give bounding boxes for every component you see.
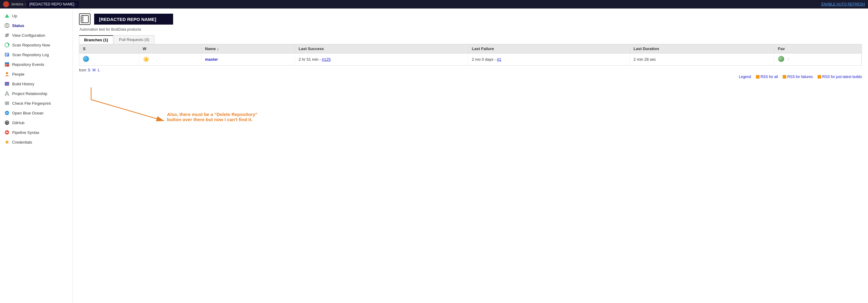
rss-latest-label: RSS for just latest builds <box>822 75 862 79</box>
sidebar-item-view-config[interactable]: View Configuration <box>0 30 72 40</box>
last-success-link[interactable]: #125 <box>322 57 331 62</box>
col-header-fav: Fav <box>774 44 862 54</box>
icon-sizes-label: Icon: <box>79 68 87 72</box>
svg-rect-12 <box>7 64 8 65</box>
rss-latest-icon <box>817 75 821 79</box>
tab-branches[interactable]: Branches (1) <box>79 35 113 44</box>
sidebar-item-project-rel[interactable]: Project Relationship <box>0 89 72 98</box>
svg-rect-31 <box>6 132 8 133</box>
annotation-arrow-svg <box>79 85 231 133</box>
svg-rect-16 <box>7 83 8 85</box>
table-cell-status <box>79 54 139 66</box>
icon-size-m-link[interactable]: M <box>93 68 96 72</box>
last-failure-link[interactable]: #1 <box>497 57 501 62</box>
table-cell-name: master <box>202 54 295 66</box>
sidebar-item-repo-events[interactable]: Repository Events <box>0 60 72 69</box>
branch-master-link[interactable]: master <box>205 57 218 62</box>
breadcrumb: Jenkins › [REDACTED REPO NAME] › <box>3 1 79 8</box>
svg-point-18 <box>6 91 8 93</box>
sidebar-item-scan-now[interactable]: Scan Repository Now <box>0 40 72 50</box>
fav-star-icon[interactable]: ☆ <box>786 56 790 62</box>
svg-point-28 <box>5 111 9 115</box>
sidebar-item-people[interactable]: People <box>0 69 72 79</box>
sidebar-item-up[interactable]: Up <box>0 11 72 21</box>
sidebar-item-github[interactable]: GitHub <box>0 118 72 128</box>
branches-table: S W Name ↓ Last Success Last Failure Las… <box>79 44 862 66</box>
pipeline-icon <box>4 130 10 135</box>
blueocean-icon <box>4 110 10 116</box>
people-icon <box>4 71 10 77</box>
svg-rect-10 <box>5 62 9 64</box>
sidebar-item-up-label: Up <box>12 14 17 18</box>
fav-green-icon <box>778 56 784 62</box>
annotation-text: Also, there must be a "Delete Repository… <box>167 112 257 122</box>
sidebar-item-scan-log[interactable]: Scan Repository Log <box>0 50 72 60</box>
legend-link[interactable]: Legend <box>739 75 751 79</box>
project-rel-icon <box>4 91 10 96</box>
annotation-line1: Also, there must be a "Delete Repository… <box>167 112 257 117</box>
top-bar: Jenkins › [REDACTED REPO NAME] › ENABLE … <box>0 0 868 8</box>
sidebar-item-build-history-label: Build History <box>12 82 34 86</box>
col-header-last-success: Last Success <box>295 44 468 54</box>
rss-all-link[interactable]: RSS for all <box>756 75 778 79</box>
rss-failures-label: RSS for failures <box>787 75 813 79</box>
annotation-line2: button over there but now I can't find i… <box>167 117 257 122</box>
svg-rect-6 <box>5 54 8 54</box>
svg-point-13 <box>6 72 8 74</box>
breadcrumb-chevron-icon: › <box>75 3 76 6</box>
svg-marker-4 <box>8 44 9 45</box>
icon-size-l-link[interactable]: L <box>98 68 100 72</box>
breadcrumb-separator: › <box>25 2 26 6</box>
repo-subtitle: Automation test for BodiData products <box>80 27 862 32</box>
sidebar-item-repo-events-label: Repository Events <box>12 62 44 67</box>
table-cell-last-success: 2 hr 51 min - #125 <box>295 54 468 66</box>
svg-rect-2 <box>7 25 7 27</box>
rss-latest-link[interactable]: RSS for just latest builds <box>817 75 862 79</box>
github-icon <box>4 120 10 125</box>
col-header-s: S <box>79 44 139 54</box>
enable-auto-refresh-link[interactable]: ENABLE AUTO REFRESH <box>821 2 865 6</box>
sidebar-item-scan-now-label: Scan Repository Now <box>12 43 50 47</box>
main-layout: Up Status View Configuration <box>0 8 868 303</box>
table-cell-last-duration: 2 min 28 sec <box>630 54 774 66</box>
breadcrumb-nav: Jenkins › [REDACTED REPO NAME] › <box>11 1 79 8</box>
sidebar-item-blue-ocean[interactable]: Open Blue Ocean <box>0 108 72 118</box>
build-history-icon <box>4 81 10 87</box>
svg-point-19 <box>5 94 6 96</box>
sidebar-item-people-label: People <box>12 72 24 76</box>
table-footer: Legend RSS for all RSS for failures RSS … <box>79 72 862 81</box>
sidebar-item-pipeline-syntax-label: Pipeline Syntax <box>12 130 39 135</box>
rss-all-icon <box>756 75 760 79</box>
col-header-name: Name ↓ <box>202 44 295 54</box>
tab-pull-requests[interactable]: Pull Requests (0) <box>114 35 155 44</box>
rss-failures-link[interactable]: RSS for failures <box>783 75 813 79</box>
jenkins-logo-icon <box>3 1 9 7</box>
annotation-container: Also, there must be a "Delete Repository… <box>79 85 862 133</box>
sidebar-item-credentials[interactable]: Credentials <box>0 137 72 147</box>
sidebar-item-build-history[interactable]: Build History <box>0 79 72 89</box>
up-icon <box>4 13 10 19</box>
col-header-w: W <box>139 44 201 54</box>
svg-rect-7 <box>5 54 8 55</box>
sidebar-item-check-fingerprint[interactable]: Check File Fingerprint <box>0 98 72 108</box>
svg-rect-8 <box>5 55 7 56</box>
sidebar-item-blue-ocean-label: Open Blue Ocean <box>12 111 43 115</box>
breadcrumb-jenkins-link[interactable]: Jenkins <box>11 2 23 6</box>
repo-icon <box>79 13 91 25</box>
svg-rect-32 <box>81 15 88 23</box>
breadcrumb-repo-item[interactable]: [REDACTED REPO NAME] › <box>27 1 79 8</box>
scan-log-icon <box>4 52 10 57</box>
sidebar-item-view-config-label: View Configuration <box>12 33 45 38</box>
icon-size-s-link[interactable]: S <box>88 68 90 72</box>
repo-events-icon <box>4 62 10 67</box>
table-header-row: S W Name ↓ Last Success Last Failure Las… <box>79 44 862 54</box>
repo-title: [REDACTED REPO NAME] <box>94 14 173 25</box>
last-success-text: 2 hr 51 min - <box>299 57 322 62</box>
sidebar-item-pipeline-syntax[interactable]: Pipeline Syntax <box>0 128 72 137</box>
weather-sun-icon: ☀️ <box>143 57 149 63</box>
sidebar-item-status[interactable]: Status <box>0 21 72 30</box>
svg-point-20 <box>8 94 9 96</box>
sidebar-item-project-rel-label: Project Relationship <box>12 91 48 96</box>
credentials-icon <box>4 139 10 145</box>
wrench-icon <box>4 32 10 38</box>
